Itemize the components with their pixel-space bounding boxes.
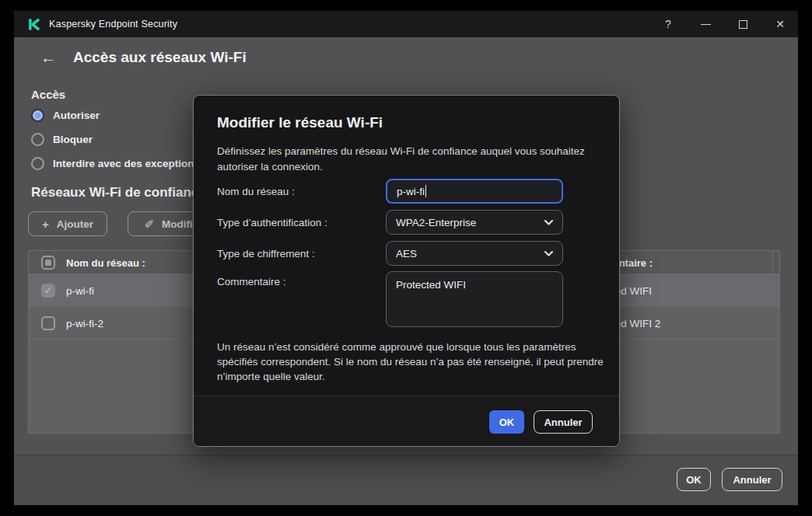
network-name-value: p-wi-fi bbox=[397, 186, 425, 197]
network-name-input[interactable]: p-wi-fi bbox=[386, 179, 563, 204]
page-header: ← Accès aux réseaux Wi-Fi bbox=[14, 37, 798, 78]
auth-type-field-wrap: WPA2-Enterprise bbox=[386, 210, 563, 235]
text-caret bbox=[425, 185, 426, 197]
ok-button[interactable]: OK bbox=[677, 468, 711, 491]
window-controls: ? ✕ bbox=[651, 11, 798, 37]
dialog-title: Modifier le réseau Wi-Fi bbox=[217, 114, 383, 131]
plus-icon: + bbox=[42, 218, 49, 230]
auth-type-value: WPA2-Enterprise bbox=[396, 217, 476, 228]
encryption-type-field-wrap: AES bbox=[386, 241, 563, 266]
cancel-button[interactable]: Annuler bbox=[722, 468, 782, 491]
page-title: Accès aux réseaux Wi-Fi bbox=[73, 49, 247, 66]
encryption-type-select[interactable]: AES bbox=[386, 241, 563, 266]
radio-interdire[interactable]: Interdire avec des exceptions bbox=[31, 153, 200, 173]
radio-selected-icon bbox=[31, 109, 44, 122]
access-heading: Accès bbox=[31, 88, 65, 101]
add-button-label: Ajouter bbox=[57, 218, 93, 230]
auth-type-select[interactable]: WPA2-Enterprise bbox=[386, 210, 563, 235]
app-title: Kaspersky Endpoint Security bbox=[49, 19, 177, 30]
minimize-icon[interactable] bbox=[688, 11, 723, 37]
column-header-name[interactable]: Nom du réseau : bbox=[66, 256, 145, 268]
encryption-type-value: AES bbox=[396, 248, 417, 260]
radio-label: Interdire avec des exceptions bbox=[53, 158, 200, 169]
add-button[interactable]: + Ajouter bbox=[28, 211, 107, 236]
chevron-down-icon bbox=[544, 220, 553, 225]
select-all-checkbox[interactable] bbox=[41, 256, 55, 270]
radio-unselected-icon bbox=[31, 133, 44, 146]
auth-type-label: Type d’authentification : bbox=[217, 217, 327, 228]
cell-network-name: p-wi-fi bbox=[66, 284, 94, 296]
radio-unselected-icon bbox=[31, 157, 44, 170]
edit-wifi-dialog: Modifier le réseau Wi-Fi Définissez les … bbox=[193, 95, 620, 447]
trusted-networks-heading: Réseaux Wi-Fi de confiance bbox=[31, 185, 206, 200]
dialog-note: Un réseau n’est considéré comme approuvé… bbox=[217, 340, 611, 384]
dialog-description: Définissez les paramètres du réseau Wi-F… bbox=[217, 144, 607, 175]
radio-label: Bloquer bbox=[53, 134, 93, 145]
comment-textarea[interactable]: Protected WIFI bbox=[386, 271, 563, 327]
comment-field-wrap: Protected WIFI bbox=[386, 271, 563, 327]
radio-label: Autoriser bbox=[53, 110, 100, 121]
column-divider bbox=[772, 251, 780, 274]
dialog-cancel-button[interactable]: Annuler bbox=[534, 410, 593, 434]
network-name-label: Nom du réseau : bbox=[217, 186, 295, 197]
radio-bloquer[interactable]: Bloquer bbox=[31, 129, 93, 149]
encryption-type-label: Type de chiffrement : bbox=[217, 248, 315, 260]
close-icon[interactable]: ✕ bbox=[763, 11, 797, 37]
kaspersky-logo-icon bbox=[28, 18, 41, 31]
dialog-ok-button[interactable]: OK bbox=[489, 410, 524, 434]
cell-network-name: p-wi-fi-2 bbox=[66, 317, 103, 329]
pencil-icon: ✐ bbox=[144, 218, 154, 230]
back-button[interactable]: ← bbox=[40, 50, 56, 65]
comment-label: Commentaire : bbox=[217, 276, 286, 288]
titlebar: Kaspersky Endpoint Security ? ✕ bbox=[14, 11, 798, 37]
maximize-icon[interactable] bbox=[726, 11, 760, 37]
dialog-footer: OK Annuler bbox=[194, 396, 619, 446]
help-icon[interactable]: ? bbox=[651, 11, 685, 37]
row-checkbox-unchecked[interactable] bbox=[41, 316, 55, 330]
chevron-down-icon bbox=[544, 251, 553, 256]
window-footer: OK Annuler bbox=[14, 455, 798, 505]
network-name-field-wrap: p-wi-fi bbox=[386, 179, 563, 204]
radio-autoriser[interactable]: Autoriser bbox=[31, 105, 100, 125]
row-checkbox-checked[interactable]: ✓ bbox=[41, 284, 55, 298]
